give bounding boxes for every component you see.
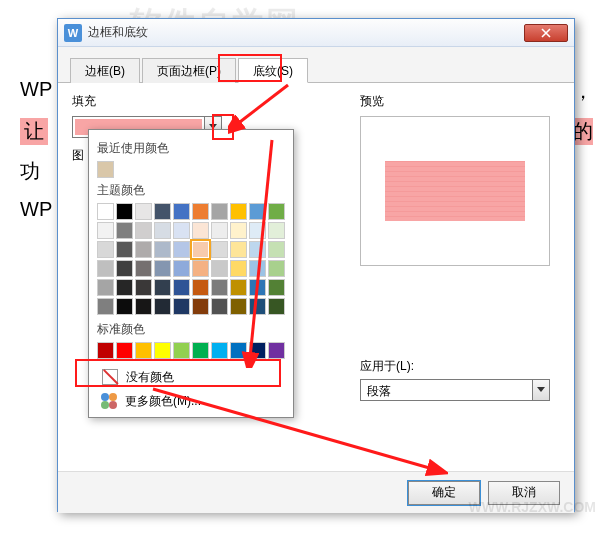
color-swatch[interactable] bbox=[154, 298, 171, 315]
watermark-url: WWW.RJZXW.COM bbox=[468, 499, 596, 515]
standard-colors-row bbox=[97, 342, 287, 359]
color-swatch[interactable] bbox=[230, 279, 247, 296]
preview-box bbox=[360, 116, 550, 266]
color-swatch[interactable] bbox=[211, 298, 228, 315]
tab-page-border[interactable]: 页面边框(P) bbox=[142, 58, 236, 83]
color-swatch[interactable] bbox=[154, 241, 171, 258]
theme-colors-grid bbox=[97, 203, 285, 315]
color-swatch[interactable] bbox=[154, 203, 171, 220]
color-swatch[interactable] bbox=[192, 298, 209, 315]
color-swatch[interactable] bbox=[249, 298, 266, 315]
color-swatch[interactable] bbox=[135, 222, 152, 239]
more-colors-option[interactable]: 更多颜色(M)... bbox=[97, 389, 285, 413]
color-swatch[interactable] bbox=[268, 260, 285, 277]
bg-text: 让 bbox=[20, 118, 48, 145]
color-swatch[interactable] bbox=[192, 260, 209, 277]
color-swatch[interactable] bbox=[116, 298, 133, 315]
no-color-label: 没有颜色 bbox=[126, 369, 174, 386]
bg-text: 的 bbox=[573, 118, 593, 145]
color-swatch[interactable] bbox=[135, 241, 152, 258]
color-swatch[interactable] bbox=[173, 241, 190, 258]
color-picker-popup: 最近使用颜色 主题颜色 标准颜色 没有颜色 更多颜 bbox=[88, 129, 294, 418]
more-colors-label: 更多颜色(M)... bbox=[125, 393, 201, 410]
color-swatch[interactable] bbox=[97, 342, 114, 359]
color-swatch[interactable] bbox=[116, 241, 133, 258]
color-swatch[interactable] bbox=[230, 342, 247, 359]
color-swatch[interactable] bbox=[268, 279, 285, 296]
color-swatch[interactable] bbox=[192, 203, 209, 220]
color-swatch[interactable] bbox=[173, 222, 190, 239]
color-swatch[interactable] bbox=[154, 260, 171, 277]
color-swatch[interactable] bbox=[97, 222, 114, 239]
pattern-label: 图 bbox=[72, 147, 84, 164]
color-swatch[interactable] bbox=[211, 279, 228, 296]
borders-shading-dialog: W 边框和底纹 边框(B) 页面边框(P) 底纹(S) 填充 图 最近使用颜色 … bbox=[57, 18, 575, 512]
color-swatch[interactable] bbox=[135, 260, 152, 277]
color-swatch[interactable] bbox=[154, 279, 171, 296]
apply-to-label: 应用于(L): bbox=[360, 358, 560, 375]
color-swatch[interactable] bbox=[97, 298, 114, 315]
color-swatch[interactable] bbox=[173, 342, 190, 359]
color-swatch[interactable] bbox=[249, 342, 266, 359]
color-swatch[interactable] bbox=[230, 260, 247, 277]
standard-colors-label: 标准颜色 bbox=[97, 321, 285, 338]
color-swatch[interactable] bbox=[211, 342, 228, 359]
color-swatch[interactable] bbox=[154, 222, 171, 239]
color-swatch[interactable] bbox=[249, 260, 266, 277]
color-swatch[interactable] bbox=[173, 298, 190, 315]
color-swatch[interactable] bbox=[135, 342, 152, 359]
color-swatch[interactable] bbox=[211, 222, 228, 239]
color-swatch[interactable] bbox=[192, 342, 209, 359]
color-swatch[interactable] bbox=[97, 203, 114, 220]
color-swatch[interactable] bbox=[116, 222, 133, 239]
color-swatch[interactable] bbox=[192, 241, 209, 258]
color-swatch[interactable] bbox=[97, 260, 114, 277]
close-button[interactable] bbox=[524, 24, 568, 42]
color-swatch[interactable] bbox=[173, 203, 190, 220]
color-swatch[interactable] bbox=[116, 203, 133, 220]
color-swatch[interactable] bbox=[135, 298, 152, 315]
color-swatch[interactable] bbox=[192, 279, 209, 296]
apply-to-value: 段落 bbox=[361, 380, 532, 400]
color-swatch[interactable] bbox=[192, 222, 209, 239]
dropdown-button[interactable] bbox=[532, 380, 549, 400]
color-swatch[interactable] bbox=[154, 342, 171, 359]
color-swatch[interactable] bbox=[97, 161, 114, 178]
color-swatch[interactable] bbox=[230, 298, 247, 315]
color-swatch[interactable] bbox=[268, 222, 285, 239]
color-swatch[interactable] bbox=[268, 342, 285, 359]
chevron-down-icon bbox=[537, 387, 545, 393]
color-swatch[interactable] bbox=[230, 222, 247, 239]
color-swatch[interactable] bbox=[230, 203, 247, 220]
color-swatch[interactable] bbox=[211, 241, 228, 258]
color-swatch[interactable] bbox=[116, 279, 133, 296]
color-swatch[interactable] bbox=[249, 203, 266, 220]
color-swatch[interactable] bbox=[268, 203, 285, 220]
app-icon: W bbox=[64, 24, 82, 42]
color-swatch[interactable] bbox=[97, 279, 114, 296]
color-swatch[interactable] bbox=[249, 279, 266, 296]
recent-colors-row bbox=[97, 161, 287, 178]
tab-shading[interactable]: 底纹(S) bbox=[238, 58, 308, 83]
color-swatch[interactable] bbox=[268, 241, 285, 258]
color-swatch[interactable] bbox=[97, 241, 114, 258]
color-swatch[interactable] bbox=[268, 298, 285, 315]
color-swatch[interactable] bbox=[116, 342, 133, 359]
color-swatch[interactable] bbox=[249, 241, 266, 258]
color-swatch[interactable] bbox=[211, 260, 228, 277]
recent-colors-label: 最近使用颜色 bbox=[97, 140, 285, 157]
dialog-title: 边框和底纹 bbox=[88, 24, 524, 41]
bg-text: WP bbox=[20, 198, 52, 221]
fill-label: 填充 bbox=[72, 93, 350, 110]
tab-border[interactable]: 边框(B) bbox=[70, 58, 140, 83]
color-swatch[interactable] bbox=[249, 222, 266, 239]
color-swatch[interactable] bbox=[173, 279, 190, 296]
color-swatch[interactable] bbox=[230, 241, 247, 258]
color-swatch[interactable] bbox=[211, 203, 228, 220]
color-swatch[interactable] bbox=[135, 203, 152, 220]
apply-to-combo[interactable]: 段落 bbox=[360, 379, 550, 401]
color-swatch[interactable] bbox=[135, 279, 152, 296]
no-color-option[interactable]: 没有颜色 bbox=[97, 365, 285, 389]
color-swatch[interactable] bbox=[173, 260, 190, 277]
color-swatch[interactable] bbox=[116, 260, 133, 277]
